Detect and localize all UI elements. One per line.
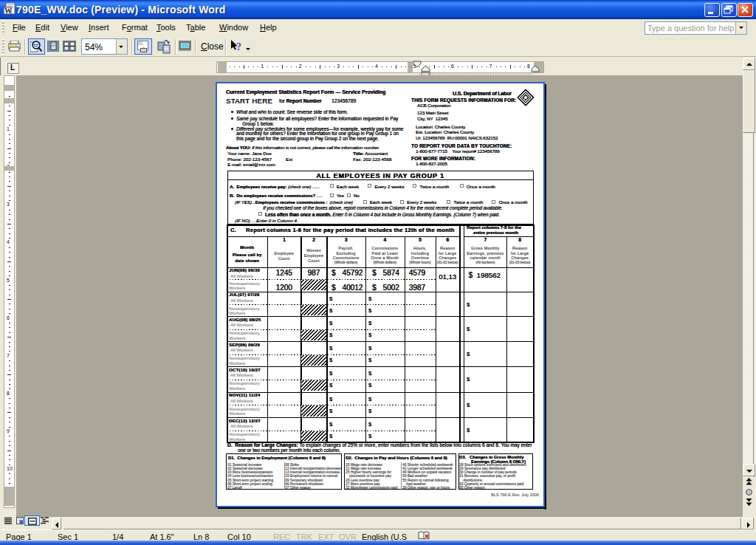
svg-text:?: ? bbox=[236, 41, 241, 52]
svg-text:W: W bbox=[4, 7, 12, 15]
